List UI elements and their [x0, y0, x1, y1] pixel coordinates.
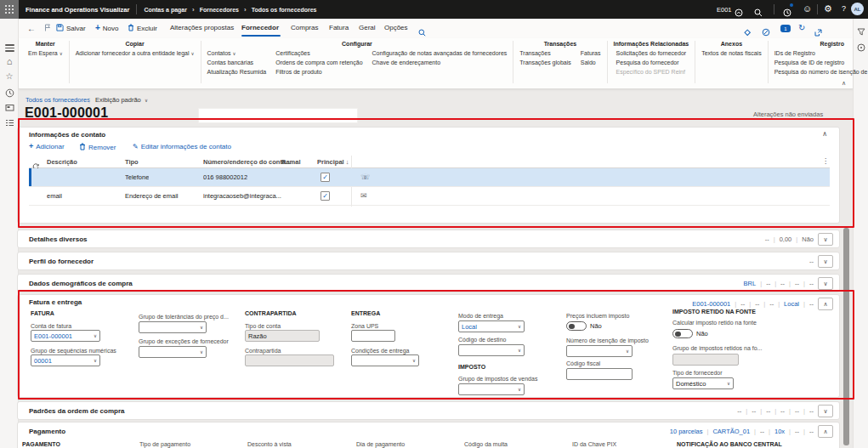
precos-incluem-toggle[interactable]: Não [566, 321, 602, 331]
ribbon-item[interactable]: Chave de endereçamento [372, 59, 508, 66]
column-header-tipo[interactable]: Tipo [125, 158, 139, 166]
codigo-destino-combobox[interactable]: ∨ [458, 344, 525, 356]
ribbon-item[interactable]: Em Espera∨ [28, 49, 63, 57]
ribbon-item[interactable]: Textos de notas fiscais [701, 49, 761, 57]
vertical-scrollbar[interactable] [843, 228, 849, 445]
principal-checkbox[interactable]: ✓ [321, 173, 330, 182]
ribbon-item[interactable]: IDs de Registro [774, 49, 868, 57]
app-launcher-icon[interactable] [0, 0, 19, 19]
save-button[interactable]: Salvar [56, 24, 86, 33]
messages-icon[interactable]: 1 [780, 25, 791, 32]
app-title[interactable]: Finance and Operations Visualizar [26, 6, 129, 14]
cell-numero-link[interactable]: 016 988002012 [203, 173, 247, 181]
collapse-chevron-icon[interactable]: ∧ [822, 130, 827, 138]
summary-value-link[interactable]: E001-000001 [692, 300, 730, 308]
modo-entrega-combobox[interactable]: Local∨ [458, 320, 525, 332]
expand-chevron-button[interactable]: ∨ [818, 405, 833, 417]
expand-chevron-button[interactable]: ∨ [818, 255, 833, 268]
avatar[interactable]: AL [851, 3, 864, 15]
back-arrow-icon[interactable]: ← [27, 24, 36, 33]
zona-ups-field[interactable] [351, 330, 395, 342]
breadcrumb-level3[interactable]: Todos os fornecedores [252, 7, 317, 13]
ribbon-item[interactable]: Contatos∨ [207, 49, 267, 57]
breadcrumb-level1[interactable]: Contas a pagar [144, 7, 187, 13]
flag-icon[interactable] [44, 24, 51, 31]
grupo-sequencias-combobox[interactable]: 00001∨ [31, 354, 100, 366]
summary-value-link[interactable]: 10 parcelas [670, 428, 703, 435]
proposed-changes-button[interactable]: Alterações propostas [170, 24, 234, 31]
edit-contact-button[interactable]: ✎Editar informações de contato [133, 143, 231, 150]
tab-geral[interactable]: Geral [359, 24, 376, 31]
tab-compras[interactable]: Compras [291, 24, 318, 31]
grupo-excecoes-combobox[interactable]: ∨ [139, 346, 207, 358]
help-icon[interactable]: ? [842, 5, 846, 13]
dados-demograficos-section[interactable]: Dados demográficos de compra BRL| --| --… [17, 274, 840, 292]
ribbon-item[interactable]: Ordens de compra com retenção [275, 59, 362, 66]
menu-icon[interactable] [0, 43, 19, 55]
contact-row-email[interactable]: email Endereço de email integracaoseb@in… [29, 187, 830, 206]
ribbon-item[interactable]: Configuração de notas avançadas de forne… [372, 49, 508, 57]
ribbon-item[interactable]: Pesquisa de ID de registro [774, 59, 868, 66]
view-selector[interactable]: Exibição padrão ∨ [95, 96, 148, 104]
favorites-star-icon[interactable]: ☆ [0, 72, 19, 81]
grupo-tolerancias-combobox[interactable]: ∨ [139, 321, 207, 333]
summary-value-link[interactable]: BRL [744, 280, 757, 287]
codigo-fiscal-field[interactable] [566, 368, 633, 380]
perfil-fornecedor-section[interactable]: Perfil do fornecedor -- ∨ [17, 252, 840, 270]
refresh-icon[interactable]: ↻ [798, 23, 805, 32]
tab-opcoes[interactable]: Opções [384, 24, 408, 31]
ribbon-item[interactable]: Contas bancárias [207, 59, 267, 66]
expand-chevron-button[interactable]: ∨ [818, 277, 833, 290]
column-options-icon[interactable]: ⋮ [822, 157, 829, 165]
tipo-fornecedor-combobox[interactable]: Doméstico∨ [672, 377, 734, 389]
collapse-chevron-button[interactable]: ∧ [818, 425, 833, 438]
ribbon-item[interactable]: Saldo [581, 59, 601, 66]
ribbon-item[interactable]: Pesquisa do fornecedor [616, 59, 687, 66]
expand-chevron-button[interactable]: ∨ [818, 233, 833, 246]
record-name-field[interactable] [198, 108, 358, 123]
contact-row-telefone[interactable]: Telefone 016 988002012 ✓ ☏ [29, 168, 830, 187]
breadcrumb-level2[interactable]: Fornecedores [200, 7, 239, 13]
delete-button[interactable]: Excluir [128, 24, 157, 33]
conta-fatura-combobox[interactable]: E001-000001∨ [31, 330, 100, 342]
column-header-ramal[interactable]: Ramal [281, 158, 301, 166]
ribbon-item[interactable]: Atualização Resumida [207, 68, 267, 76]
column-header-descricao[interactable]: Descrição [47, 158, 77, 166]
ribbon-item[interactable]: Adicionar fornecedor a outra entidade le… [76, 49, 195, 57]
ribbon-item[interactable]: Pesquisa do número de isenção de imposto [774, 68, 868, 76]
tab-fatura[interactable]: Fatura [329, 24, 349, 31]
ribbon-collapse-icon[interactable]: ∧ [842, 80, 846, 87]
modules-list-icon[interactable] [0, 119, 19, 128]
ribbon-item[interactable]: Transações [519, 49, 570, 57]
collapse-chevron-button[interactable]: ∧ [818, 298, 833, 310]
tab-fornecedor[interactable]: Fornecedor [241, 24, 279, 31]
filter-funnel-icon[interactable] [857, 24, 865, 39]
section-title[interactable]: Informações de contato [29, 131, 105, 139]
settings-icon[interactable]: ⚙ [824, 4, 832, 14]
detalhes-diversos-section[interactable]: Detalhes diversos --| 0,00| Não ∨ [17, 230, 840, 248]
condicoes-entrega-combobox[interactable]: ∨ [351, 354, 419, 366]
recent-clock-icon[interactable] [0, 88, 19, 99]
padroes-ordem-compra-section[interactable]: Padrões da ordem de compra --| --| --| -… [17, 401, 840, 420]
ribbon-item[interactable]: Filtros de produto [275, 68, 362, 76]
calcular-retido-toggle[interactable]: Não [672, 329, 708, 338]
ribbon-item[interactable]: Solicitações do fornecedor [616, 49, 687, 57]
ribbon-item[interactable]: Faturas [581, 49, 601, 57]
remove-contact-button[interactable]: Remover [79, 143, 116, 152]
column-header-numero[interactable]: Número/endereço do conta... [203, 158, 291, 166]
list-page-link[interactable]: Todos os fornecedores [26, 96, 90, 104]
numero-isencao-combobox[interactable]: ∨ [566, 345, 633, 357]
summary-value-link[interactable]: 10x [774, 428, 785, 435]
grupo-impostos-vendas-combobox[interactable]: ∨ [458, 383, 525, 395]
principal-checkbox[interactable]: ✓ [321, 191, 330, 201]
summary-value-link[interactable]: CARTÃO_01 [712, 428, 750, 435]
feedback-icon[interactable]: ☺ [803, 4, 812, 14]
summary-value-link[interactable]: Local [784, 300, 799, 308]
column-header-principal[interactable]: Principal ↓ [317, 158, 349, 166]
workspaces-icon[interactable] [0, 104, 19, 114]
add-contact-button[interactable]: +Adicionar [29, 143, 65, 150]
new-button[interactable]: + Novo [95, 24, 119, 32]
ribbon-item[interactable]: Certificações [275, 49, 362, 57]
home-icon[interactable]: ⌂ [0, 57, 19, 66]
section-title[interactable]: Fatura e entrega [29, 298, 82, 306]
